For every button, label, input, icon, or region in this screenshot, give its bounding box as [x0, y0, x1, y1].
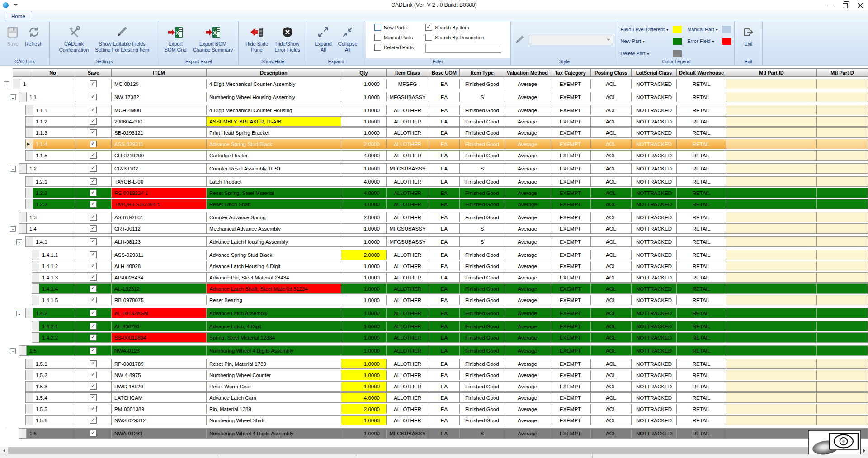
table-row[interactable]: 1.4.2.2SS-00012834Spring, Steel Material… [32, 332, 868, 343]
table-row[interactable]: 1.5NWA-0123Numbering Wheel 4 Digits Asse… [19, 345, 868, 356]
table-row[interactable]: 1.4.1.3AP-0028434Advance Pin, Steel Mate… [32, 272, 868, 283]
table-row[interactable]: 1.5.2NW-4-8975Numbering Wheel Counter1.0… [25, 370, 868, 380]
table-row[interactable]: 1.4.1.4AL-192312Advance Latch Shaft, Ste… [32, 283, 868, 294]
hide-show-error-fields-button[interactable]: Hide/Show Error Fields [271, 23, 303, 58]
save-checkbox[interactable] [90, 430, 97, 437]
manual-parts-checkbox[interactable]: Manual Parts [374, 34, 414, 41]
scroll-right-button[interactable] [861, 447, 868, 454]
minimize-button[interactable] [822, 0, 837, 9]
legend-error-field[interactable]: Error Field [687, 38, 717, 44]
tab-home[interactable]: Home [5, 11, 32, 21]
column-header-qty[interactable]: Qty [341, 69, 387, 76]
table-row[interactable]: 1.4.1ALH-08123Advance Latch Housing Asse… [25, 236, 868, 247]
table-row[interactable]: 1.4.1.5RB-0978075Reset Bearing1.0000ALLO… [32, 295, 868, 305]
column-header-valuation-method[interactable]: Valuation Method [505, 69, 550, 76]
table-row[interactable]: 1.1.3SB-0293121Print Head Spring Bracket… [25, 127, 868, 138]
column-header-tax-category[interactable]: Tax Category [550, 69, 591, 76]
column-header-item[interactable]: ITEM [112, 69, 207, 76]
save-checkbox[interactable] [90, 152, 97, 159]
column-header-description[interactable]: Description [207, 69, 341, 76]
column-header-default-warehouse[interactable]: Default Warehouse [677, 69, 726, 76]
show-editable-fields-button[interactable]: Show Editable Fields Setting For Existin… [92, 23, 152, 58]
save-checkbox[interactable] [90, 107, 97, 113]
deleted-parts-checkbox[interactable]: Deleted Parts [374, 44, 414, 51]
table-row[interactable]: 1.5.3RWG-18920Reset Worm Gear1.0000ALLOT… [25, 381, 868, 392]
table-row[interactable]: 1.4.1.2ALH-40028Advance Latch Housing 4 … [32, 261, 868, 271]
table-row[interactable]: 1.1NW-17382Numbering Wheel Housing Assem… [19, 92, 868, 102]
column-header-lotserial-class[interactable]: LotSerial Class [632, 69, 677, 76]
table-row[interactable]: 1.3AS-0192801Counter Advance Spring2.000… [19, 212, 868, 222]
column-header-mtl-part-id[interactable]: Mtl Part ID [726, 69, 817, 76]
restore-button[interactable] [837, 0, 853, 9]
table-row[interactable]: 1.4.1.1ASS-029311Advance Spring Stud Bla… [32, 250, 868, 260]
save-checkbox[interactable] [90, 372, 97, 378]
column-header-mtl-part-d[interactable]: Mtl Part D [817, 69, 868, 76]
refresh-button[interactable]: Refresh [22, 23, 46, 58]
search-by-description-checkbox[interactable]: Search By Description [425, 34, 501, 41]
legend-new-part[interactable]: New Part [621, 38, 669, 44]
expand-all-button[interactable]: Expand All [311, 23, 335, 58]
column-header-item-type[interactable]: Item Type [460, 69, 505, 76]
export-bom-change-summary-button[interactable]: X Export BOM Change Summary [190, 23, 236, 58]
save-checkbox[interactable] [90, 297, 97, 303]
save-checkbox[interactable] [90, 165, 97, 172]
save-checkbox[interactable] [90, 394, 97, 401]
exit-button[interactable]: Exit [740, 23, 758, 58]
hide-slide-pane-button[interactable]: Hide Slide Pane [242, 23, 271, 58]
column-header-base-uom[interactable]: Base UOM [429, 69, 460, 76]
save-checkbox[interactable] [90, 251, 97, 258]
save-checkbox[interactable] [90, 141, 97, 147]
search-by-item-checkbox[interactable]: Search By Item [425, 24, 501, 31]
save-checkbox[interactable] [90, 417, 97, 424]
table-row[interactable]: 1.4CRT-00112Mechanical Advance Assembly1… [19, 223, 868, 234]
table-row[interactable]: 1.1.4ASS-029311Advance Spring Stud Black… [25, 139, 868, 149]
save-checkbox[interactable] [90, 94, 97, 100]
save-checkbox[interactable] [90, 189, 97, 196]
table-row[interactable]: 1.5.4LATCHCAMAdvance Latch Cam4.0000ALLO… [25, 392, 868, 403]
expand-toggle[interactable] [10, 94, 16, 100]
legend-manual-part[interactable]: Manual Part [687, 27, 717, 32]
save-checkbox[interactable] [90, 285, 97, 292]
expand-toggle[interactable] [16, 311, 22, 316]
scroll-left-button[interactable] [0, 447, 7, 454]
cadlink-configuration-button[interactable]: CADLink Configuration [56, 23, 92, 58]
legend-delete-part[interactable]: Delete Part [621, 51, 669, 56]
column-header-item-class[interactable]: Item Class [387, 69, 429, 76]
scrollbar-track[interactable] [7, 447, 861, 454]
column-header-save[interactable]: Save [75, 69, 112, 76]
table-row[interactable]: 1.2CR-39102Counter Reset Assembly TEST1.… [19, 163, 868, 174]
new-parts-checkbox[interactable]: New Parts [374, 24, 414, 31]
scrollbar-thumb[interactable] [8, 447, 840, 454]
save-checkbox[interactable] [90, 225, 97, 232]
table-row[interactable]: 1.2.1TAYQB-L-00Latch Product4.0000ALLOTH… [25, 176, 868, 187]
save-checkbox[interactable] [90, 238, 97, 245]
save-checkbox[interactable] [90, 383, 97, 390]
expand-toggle[interactable] [16, 239, 22, 245]
save-checkbox[interactable] [90, 406, 97, 412]
table-row[interactable]: 1.1.2200604-000ASSEMBLY, BREAKER, IT-A/B… [25, 116, 868, 127]
save-checkbox[interactable] [90, 201, 97, 208]
save-checkbox[interactable] [90, 360, 97, 367]
save-checkbox[interactable] [90, 310, 97, 316]
save-checkbox[interactable] [90, 274, 97, 281]
expand-toggle[interactable] [10, 166, 16, 172]
table-row[interactable]: 1MC-001294 Digit Mechanical Counter Asse… [13, 79, 868, 89]
expand-toggle[interactable] [10, 348, 16, 354]
table-row[interactable]: 1.4.2.1AL-400291Advance Latch, 4 Digit1.… [32, 321, 868, 331]
horizontal-scrollbar[interactable] [0, 447, 868, 454]
save-checkbox[interactable] [90, 323, 97, 330]
table-row[interactable]: 1.5.1RP-0001789Reset Pin, Material 17891… [25, 359, 868, 369]
save-checkbox[interactable] [90, 347, 97, 354]
column-header-no[interactable]: No [30, 69, 75, 76]
column-header-posting-class[interactable]: Posting Class [591, 69, 632, 76]
table-row[interactable]: 1.2.2RS-0019234-1Reset Spring, Steel Mat… [25, 188, 868, 198]
save-checkbox[interactable] [90, 178, 97, 185]
table-row[interactable]: 1.5.6NWS-029312Numbering Wheel Shaft1.00… [25, 415, 868, 425]
save-button[interactable]: Save [4, 23, 22, 58]
filter-search-input[interactable] [425, 44, 501, 53]
save-checkbox[interactable] [90, 263, 97, 269]
table-row[interactable]: 1.1.1MCH-4M004 Digit Mechanical Counter … [25, 105, 868, 115]
save-checkbox[interactable] [90, 214, 97, 221]
table-row[interactable]: 1.6NWA-01231Numbering Wheel 4 Digits Ass… [19, 428, 868, 439]
table-row[interactable]: 1.1.5CH-0219200Cartridge Heater4.0000ALL… [25, 150, 868, 161]
